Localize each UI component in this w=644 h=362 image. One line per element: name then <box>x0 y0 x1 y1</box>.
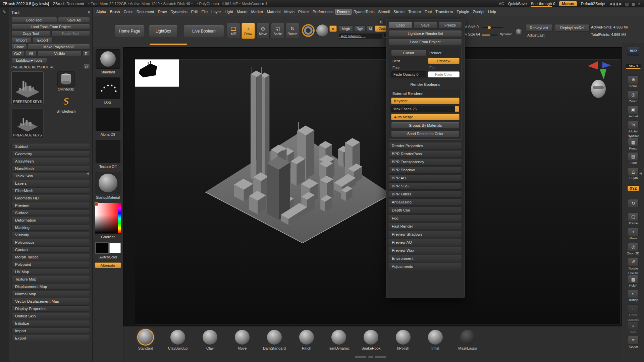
render-load-button[interactable]: Load <box>389 22 412 28</box>
rotate-button[interactable]: ↻ Rotate <box>286 23 299 39</box>
paste-tool-button[interactable]: Paste Tool <box>51 31 90 36</box>
m-button[interactable]: M <box>367 25 374 32</box>
rgb-intensity-slider[interactable]: Rgb Intensity <box>339 34 382 39</box>
shelf-item[interactable]: + Move <box>628 227 639 241</box>
render-section-header[interactable]: Preview Wax <box>389 247 462 254</box>
replay-last-button[interactable]: ReplayLast <box>525 24 553 32</box>
clone-button[interactable]: Clone <box>11 44 27 50</box>
secondary-color-swatch[interactable] <box>109 243 121 253</box>
groups-by-materials-button[interactable]: Groups By Materials <box>391 122 460 129</box>
render-section-header[interactable]: Preview Shadows <box>389 231 462 238</box>
render-section-header[interactable]: Depth Cue <box>389 206 462 214</box>
tool-section-header[interactable]: Contact <box>11 246 90 253</box>
render-section-header[interactable]: BPR SSS <box>389 182 462 190</box>
shelf-item[interactable]: Line Fill ▩ PolyF <box>628 272 639 287</box>
current-brush-thumbnail[interactable] <box>96 49 120 69</box>
draw-size-track[interactable] <box>482 35 498 36</box>
active-tool-value[interactable]: 48 <box>50 65 54 69</box>
tool-section-header[interactable]: Texture Map <box>11 276 90 282</box>
tool-section-header[interactable]: Display Properties <box>11 305 90 312</box>
z-axis-arrow[interactable] <box>602 62 611 68</box>
shelf-item[interactable]: ⊕ Scroll <box>628 74 639 88</box>
render-section-header[interactable]: Render Properties <box>389 142 462 149</box>
copy-tool-button[interactable]: Copy Tool <box>11 31 50 36</box>
color-picker[interactable] <box>95 203 121 234</box>
import-button[interactable]: Import <box>11 37 32 43</box>
cylinder3d-thumbnail[interactable] <box>57 71 75 87</box>
save-as-button[interactable]: Save As <box>58 17 90 23</box>
flat-render-button[interactable]: Flat <box>428 66 460 70</box>
active-tool-thumbnail[interactable]: PRERENDE KEYS <box>11 71 44 105</box>
lightbox-button[interactable]: LightBox <box>149 25 178 37</box>
shelf-item[interactable]: ◎ Zoom3D <box>627 242 639 256</box>
menu-item[interactable]: Marker <box>250 9 265 15</box>
focal-shift-track[interactable] <box>482 27 503 28</box>
shelf-item[interactable]: XYZ <box>627 181 639 195</box>
shelf-item[interactable]: ↻ <box>628 196 639 210</box>
hue-strip[interactable] <box>118 203 121 233</box>
menu-item[interactable]: Render <box>335 9 352 15</box>
mrgb-button[interactable]: Mrgb <box>339 25 353 32</box>
tray-scrollbar[interactable] <box>355 356 386 358</box>
fade-opacity-slider[interactable]: Fade Opacity 0 <box>391 71 426 77</box>
render-section-header[interactable]: Adjustments <box>389 263 462 270</box>
tool-section-header[interactable]: Polypaint <box>11 261 90 267</box>
shelf-item[interactable]: Dynamic ▦ Persp <box>628 135 639 150</box>
render-freeze-button[interactable]: Freeze <box>438 22 462 28</box>
menu-item[interactable]: File <box>200 9 210 15</box>
shelf-item[interactable]: ▤ Floor <box>628 151 639 165</box>
brush-preview-icon[interactable] <box>316 24 329 37</box>
window-control-icons[interactable]: ◀▮▮▶ ▤ ▦ × <box>609 2 641 6</box>
menu-item[interactable]: Draw <box>156 9 168 15</box>
adjust-last-label[interactable]: AdjustLast <box>527 33 544 37</box>
shelf-item[interactable]: ≡ Xpose <box>628 335 639 349</box>
brush-tray-item[interactable]: SnakeHook <box>359 330 383 350</box>
viewport-canvas[interactable] <box>123 47 622 326</box>
tool-section-header[interactable]: Deformation <box>11 217 90 223</box>
menu-item[interactable]: Layer <box>210 9 223 15</box>
live-boolean-button[interactable]: Live Boolean <box>184 25 224 37</box>
goz-visible-button[interactable]: Visible <box>38 51 82 56</box>
tool-section-header[interactable]: ArrayMesh <box>11 158 90 164</box>
draw-size-slider[interactable]: w Size 64 <box>464 32 480 36</box>
render-section-header[interactable]: Antialiasing <box>389 198 462 206</box>
brush-tray-item[interactable]: Standard <box>133 330 158 350</box>
replay-last-rel-button[interactable]: ReplayLastRel <box>555 24 590 32</box>
draw-button[interactable]: + Draw <box>241 23 255 39</box>
render-section-header[interactable]: BPR RenderPass <box>389 150 462 158</box>
menu-item[interactable]: Macro <box>235 9 249 15</box>
menu-item[interactable]: Zplugin <box>455 9 471 15</box>
menu-item[interactable]: Tool <box>423 9 433 15</box>
brush-tray-item[interactable]: Clay <box>198 330 222 350</box>
tool-section-header[interactable]: Normal Map <box>11 291 90 297</box>
goz-all-button[interactable]: All <box>25 51 37 56</box>
camera-gizmo[interactable] <box>588 61 611 99</box>
goz-button[interactable]: GoZ <box>11 51 24 56</box>
tool-section-header[interactable]: Vector Displacement Map <box>11 298 90 304</box>
x-axis-arrow[interactable] <box>588 61 598 69</box>
render-section-header[interactable]: BPR Filters <box>389 190 462 198</box>
default-zscript-button[interactable]: DefaultZScript <box>581 2 605 6</box>
menu-item[interactable]: Dynamics <box>169 9 189 15</box>
brush-tray-item[interactable]: Pinch <box>294 330 319 350</box>
render-save-button[interactable]: Save <box>414 22 437 28</box>
max-faces-slider[interactable]: Max Faces 25 <box>391 106 460 112</box>
render-section-header[interactable]: Fog <box>389 215 462 222</box>
load-tool-button[interactable]: Load Tool <box>11 17 57 23</box>
edit-button[interactable]: Edit <box>227 23 240 39</box>
menu-item[interactable]: Zscript <box>471 9 486 15</box>
tool-thumbnail[interactable]: PRERENDE KEYS <box>11 108 44 138</box>
menu-item[interactable]: Color <box>122 9 134 15</box>
dynamic-label[interactable]: Dynamic <box>500 32 512 36</box>
menu-item[interactable]: Preferences <box>311 9 335 15</box>
brush-tray-item[interactable]: MaskLasso <box>455 330 480 350</box>
render-section-header[interactable]: Environment <box>389 255 462 262</box>
shelf-item[interactable]: ◐ Transp <box>628 288 639 302</box>
menu-item[interactable]: Alpha <box>95 9 108 15</box>
menu-item[interactable]: Picker <box>297 9 311 15</box>
left-divider-collapse-arrow[interactable]: ◀ <box>87 172 89 175</box>
move-button[interactable]: ⊕ Move <box>256 23 270 39</box>
shelf-item[interactable]: ◎ Zoom <box>628 89 639 104</box>
menu-item[interactable]: Material <box>265 9 282 15</box>
tool-section-header[interactable]: Import <box>11 327 90 334</box>
